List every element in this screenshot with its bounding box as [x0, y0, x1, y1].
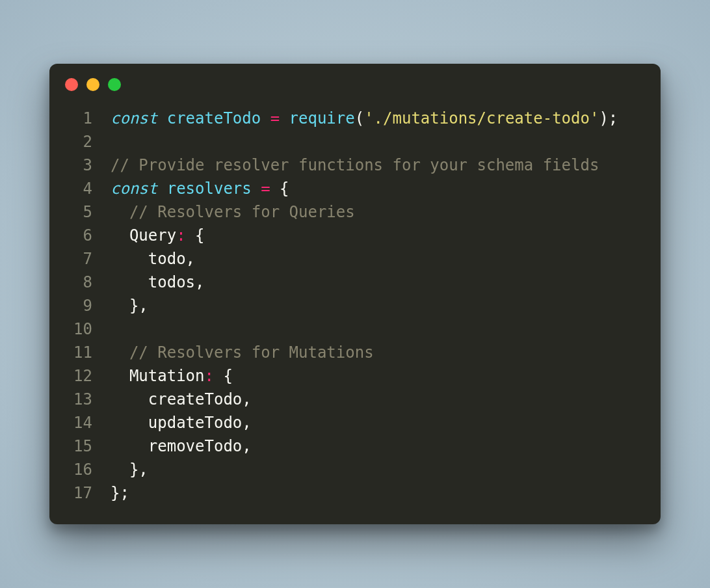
token-punct: ,: [242, 390, 251, 408]
code-content[interactable]: // Resolvers for Queries: [111, 200, 645, 224]
code-content[interactable]: // Provide resolver functions for your s…: [111, 154, 645, 177]
code-content[interactable]: // Resolvers for Mutations: [111, 341, 645, 364]
line-number: 15: [65, 434, 92, 458]
token-func: createTodo: [167, 109, 261, 127]
code-line[interactable]: 1const createTodo = require('./mutations…: [65, 107, 645, 130]
token-ident: [186, 226, 195, 245]
line-number: 1: [65, 107, 92, 130]
line-number: 8: [65, 271, 92, 294]
code-content[interactable]: updateTodo,: [111, 411, 645, 434]
token-punct: (: [355, 109, 364, 127]
zoom-icon[interactable]: [108, 78, 121, 91]
token-ident: todos: [111, 273, 195, 291]
token-ident: [111, 226, 129, 245]
line-number: 9: [65, 294, 92, 317]
token-ident: [111, 461, 129, 479]
token-ident: [252, 180, 261, 198]
line-number: 6: [65, 224, 92, 247]
token-ident: todo: [111, 250, 186, 268]
code-content[interactable]: todo,: [111, 247, 645, 271]
token-punct: {: [280, 180, 289, 198]
code-line[interactable]: 2: [65, 130, 645, 154]
line-number: 16: [65, 458, 92, 481]
line-number: 13: [65, 388, 92, 411]
code-content[interactable]: };: [111, 481, 645, 505]
code-line[interactable]: 5 // Resolvers for Queries: [65, 200, 645, 224]
token-ident: removeTodo: [111, 437, 242, 455]
code-content[interactable]: },: [111, 294, 645, 317]
token-punct: ,: [186, 250, 195, 268]
code-line[interactable]: 16 },: [65, 458, 645, 481]
token-ident: [261, 109, 270, 127]
line-number: 4: [65, 177, 92, 200]
code-line[interactable]: 13 createTodo,: [65, 388, 645, 411]
token-comment: // Provide resolver functions for your s…: [111, 156, 599, 174]
code-content[interactable]: },: [111, 458, 645, 481]
line-number: 11: [65, 341, 92, 364]
code-line[interactable]: 11 // Resolvers for Mutations: [65, 341, 645, 364]
code-line[interactable]: 17};: [65, 481, 645, 505]
token-ident: [214, 367, 223, 385]
token-func: resolvers: [167, 180, 252, 198]
code-line[interactable]: 6 Query: {: [65, 224, 645, 247]
token-punct: };: [111, 484, 129, 502]
code-content[interactable]: createTodo,: [111, 388, 645, 411]
token-punct: {: [223, 367, 232, 385]
token-ident: createTodo: [111, 390, 242, 408]
code-content[interactable]: Mutation: {: [111, 364, 645, 388]
token-op: :: [176, 226, 185, 245]
code-line[interactable]: 8 todos,: [65, 271, 645, 294]
token-op: :: [205, 367, 214, 385]
token-ident: [280, 109, 289, 127]
token-punct: );: [599, 109, 618, 127]
line-number: 14: [65, 411, 92, 434]
token-str: './mutations/create-todo': [364, 109, 599, 127]
token-ident: [157, 109, 166, 127]
code-line[interactable]: 3// Provide resolver functions for your …: [65, 154, 645, 177]
code-line[interactable]: 12 Mutation: {: [65, 364, 645, 388]
token-op: =: [261, 180, 270, 198]
token-punct: },: [129, 461, 148, 479]
token-func: require: [289, 109, 355, 127]
token-ident: [111, 343, 129, 362]
token-ident: [111, 367, 129, 385]
code-line[interactable]: 10: [65, 317, 645, 341]
token-punct: {: [195, 226, 204, 245]
token-punct: },: [129, 297, 148, 315]
code-line[interactable]: 9 },: [65, 294, 645, 317]
token-key: Mutation: [129, 367, 205, 385]
token-ident: updateTodo: [111, 414, 242, 432]
code-content[interactable]: todos,: [111, 271, 645, 294]
line-number: 3: [65, 154, 92, 177]
code-content[interactable]: const resolvers = {: [111, 177, 645, 200]
token-op: =: [270, 109, 280, 127]
token-ident: [111, 203, 129, 221]
code-content[interactable]: removeTodo,: [111, 434, 645, 458]
token-key: Query: [129, 226, 176, 245]
code-line[interactable]: 14 updateTodo,: [65, 411, 645, 434]
close-icon[interactable]: [65, 78, 78, 91]
token-punct: ,: [242, 414, 251, 432]
token-comment: // Resolvers for Queries: [129, 203, 355, 221]
line-number: 5: [65, 200, 92, 224]
window-titlebar: [49, 64, 661, 98]
code-line[interactable]: 7 todo,: [65, 247, 645, 271]
code-content[interactable]: [111, 130, 645, 154]
code-content[interactable]: [111, 317, 645, 341]
line-number: 10: [65, 317, 92, 341]
token-ident: [270, 180, 280, 198]
code-content[interactable]: Query: {: [111, 224, 645, 247]
code-line[interactable]: 15 removeTodo,: [65, 434, 645, 458]
code-editor[interactable]: 1const createTodo = require('./mutations…: [49, 98, 661, 505]
token-ident: [111, 297, 129, 315]
token-kw: const: [111, 109, 157, 127]
code-line[interactable]: 4const resolvers = {: [65, 177, 645, 200]
token-punct: ,: [242, 437, 251, 455]
line-number: 7: [65, 247, 92, 271]
line-number: 2: [65, 130, 92, 154]
minimize-icon[interactable]: [86, 78, 99, 91]
token-punct: ,: [195, 273, 204, 291]
token-ident: [157, 180, 166, 198]
code-content[interactable]: const createTodo = require('./mutations/…: [111, 107, 645, 130]
line-number: 12: [65, 364, 92, 388]
